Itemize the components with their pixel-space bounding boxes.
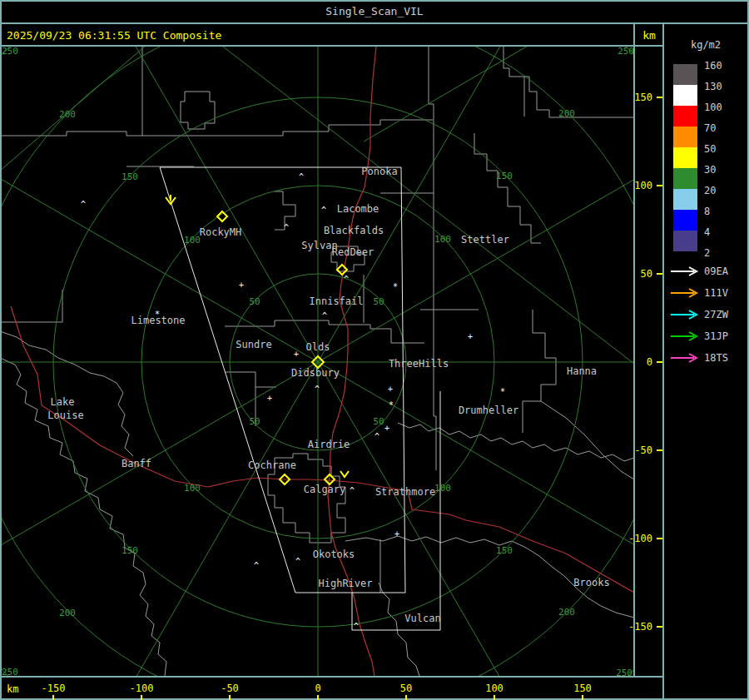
legend-value: 8 bbox=[704, 206, 710, 217]
axis-tick-label: -150 bbox=[42, 683, 66, 694]
town-marker: + bbox=[267, 394, 272, 403]
city-label: Blackfalds bbox=[324, 225, 384, 236]
ring-label: 100 bbox=[434, 234, 451, 245]
town-marker: + bbox=[384, 424, 389, 433]
city-label: Strathmore bbox=[375, 486, 435, 498]
town-marker: ^ bbox=[295, 557, 300, 566]
city-label: ThreeHills bbox=[389, 358, 449, 370]
legend-swatch bbox=[673, 231, 697, 251]
city-label: Innisfail bbox=[309, 295, 363, 307]
town-marker: ^ bbox=[299, 172, 304, 181]
axis-tick-label: 50 bbox=[400, 683, 412, 694]
bottom-axis-unit: km bbox=[7, 683, 18, 695]
ring-label: 200 bbox=[558, 607, 575, 618]
background bbox=[0, 0, 749, 700]
city-label: Okotoks bbox=[313, 549, 355, 560]
legend-swatch bbox=[673, 64, 697, 85]
axis-tick-label: -100 bbox=[628, 533, 652, 544]
town-marker: ^ bbox=[374, 432, 379, 441]
town-marker: ^ bbox=[321, 206, 326, 215]
track-id: 09EA bbox=[704, 266, 729, 277]
ring-label: 50 bbox=[373, 296, 384, 307]
ring-label: 200 bbox=[59, 608, 76, 618]
town-marker: ^ bbox=[354, 622, 359, 631]
axis-tick-label: 50 bbox=[641, 268, 652, 280]
ring-label: 50 bbox=[373, 416, 384, 427]
track-id: 18TS bbox=[704, 352, 728, 364]
ring-label: 200 bbox=[59, 109, 76, 120]
city-label: Banff bbox=[122, 458, 151, 469]
axis-tick-label: 150 bbox=[573, 683, 592, 694]
town-marker: ^ bbox=[315, 385, 320, 394]
page-title: Single_Scan_VIL bbox=[325, 5, 424, 17]
legend-swatch bbox=[673, 106, 697, 127]
axis-tick-label: -100 bbox=[130, 683, 154, 694]
ring-label: 250 bbox=[2, 46, 18, 57]
town-marker: * bbox=[500, 387, 505, 396]
city-label: Lacombe bbox=[337, 203, 379, 215]
track-id: 31JP bbox=[704, 330, 728, 342]
legend-value: 4 bbox=[704, 226, 710, 238]
ring-label: 50 bbox=[249, 296, 260, 307]
city-label: Drumheller bbox=[459, 405, 518, 416]
legend-value: 100 bbox=[704, 102, 722, 113]
ring-label: 150 bbox=[496, 545, 513, 556]
legend-swatch bbox=[673, 127, 697, 147]
city-label: RockyMH bbox=[200, 226, 242, 238]
ring-label: 150 bbox=[122, 545, 138, 556]
town-marker: ^ bbox=[81, 200, 86, 209]
town-marker: + bbox=[394, 529, 399, 539]
city-label: Lake bbox=[51, 396, 75, 408]
town-marker: + bbox=[294, 350, 299, 359]
ring-label: 100 bbox=[184, 483, 201, 494]
legend-value: 130 bbox=[704, 81, 722, 92]
town-marker: * bbox=[389, 400, 394, 410]
legend-value: 20 bbox=[704, 185, 716, 196]
legend-swatch bbox=[673, 189, 697, 210]
city-label: Didsbury bbox=[291, 367, 340, 379]
axis-tick-label: 0 bbox=[647, 356, 652, 368]
track-id: 111V bbox=[704, 287, 728, 299]
city-label: Calgary bbox=[304, 484, 346, 495]
city-label: Brooks bbox=[573, 577, 609, 588]
city-label: Vulcan bbox=[404, 613, 440, 624]
city-label: Sundre bbox=[236, 339, 271, 350]
ring-label: 50 bbox=[249, 416, 260, 427]
town-marker: * bbox=[155, 310, 160, 319]
axis-tick-label: 100 bbox=[634, 180, 652, 191]
town-marker: ^ bbox=[350, 486, 355, 495]
axis-tick-label: 0 bbox=[315, 683, 320, 694]
ring-label: 250 bbox=[618, 46, 634, 57]
city-label: HighRiver bbox=[318, 578, 372, 589]
town-marker: + bbox=[239, 280, 244, 290]
city-label: Stettler bbox=[461, 234, 509, 246]
city-label: Louise bbox=[47, 410, 83, 421]
legend-swatch bbox=[673, 210, 697, 231]
ring-label: 150 bbox=[122, 171, 138, 182]
town-marker: + bbox=[388, 385, 393, 394]
legend-swatch bbox=[673, 168, 697, 189]
city-label: Airdrie bbox=[308, 439, 350, 450]
axis-tick-label: 150 bbox=[634, 92, 652, 103]
legend-value: 50 bbox=[704, 143, 716, 155]
town-marker: ^ bbox=[344, 275, 349, 284]
right-axis-unit: km bbox=[642, 29, 656, 42]
legend-value: 30 bbox=[704, 164, 716, 176]
city-label: Ponoka bbox=[361, 166, 397, 177]
radar-screen: 50 50 50 50 100 100 100 100 150 150 150 … bbox=[0, 0, 749, 700]
ring-label: 150 bbox=[496, 171, 513, 181]
axis-tick-label: -150 bbox=[628, 621, 652, 633]
legend-min-value: 2 bbox=[704, 247, 710, 259]
legend-value: 70 bbox=[704, 122, 716, 134]
town-marker: * bbox=[393, 282, 398, 291]
town-marker: ^ bbox=[254, 561, 259, 570]
ring-label: 200 bbox=[558, 108, 575, 119]
timestamp: 2025/09/23 06:31:55 UTC Composite bbox=[7, 29, 221, 42]
city-label: Cochrane bbox=[248, 459, 296, 471]
city-label: RedDeer bbox=[332, 246, 374, 258]
legend-value: 160 bbox=[704, 60, 722, 72]
axis-tick-label: -50 bbox=[634, 444, 652, 456]
ring-label: 100 bbox=[434, 483, 451, 494]
ring-label: 100 bbox=[184, 235, 201, 246]
legend-swatch bbox=[673, 147, 697, 168]
